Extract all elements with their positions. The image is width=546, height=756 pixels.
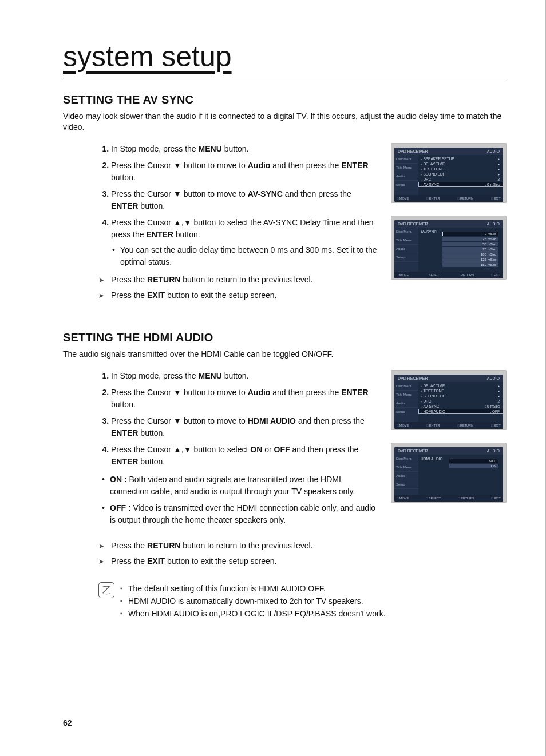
osd-option: 50 mSec — [442, 242, 498, 246]
t: button. — [111, 173, 136, 182]
osd-row: SOUND EDIT — [421, 172, 446, 176]
t: button. — [173, 230, 200, 239]
t: Press the — [111, 556, 147, 566]
t: and then press the — [270, 388, 341, 397]
osd-foot: SELECT — [426, 273, 441, 277]
hdmi-step-4: Press the Cursor ▲,▼ button to select ON… — [111, 444, 381, 468]
avsync-block: In Stop mode, press the MENU button. Pre… — [63, 143, 505, 305]
t: Press the — [111, 541, 147, 550]
osd-side-item: Disc Menu — [394, 382, 418, 391]
osd-option: 100 mSec — [442, 252, 498, 257]
t: ENTER — [341, 388, 368, 397]
osd-side-item: Audio — [394, 472, 418, 480]
t: and then press the — [290, 445, 359, 454]
osd-side-item: Disc Menu — [394, 455, 418, 463]
osd-foot: EXIT — [491, 496, 501, 500]
osd-brand: DVD RECEIVER — [398, 149, 428, 153]
avsync-heading: SETTING THE AV SYNC — [63, 93, 505, 106]
hdmi-text: In Stop mode, press the MENU button. Pre… — [63, 370, 381, 571]
osd-option: 75 mSec — [442, 247, 498, 252]
osd-side-item: Audio — [394, 172, 418, 181]
avsync-step-4: Press the Cursor ▲,▼ button to select th… — [111, 217, 381, 268]
hdmi-screens: DVD RECEIVERAUDIO Disc Menu Title Menu A… — [391, 370, 505, 503]
hdmi-step-3: Press the Cursor ▼ button to move to HDM… — [111, 415, 381, 439]
osd-row: TEST TONE — [421, 389, 444, 393]
osd-option: 25 mSec — [442, 237, 498, 241]
osd-side-item: Title Menu — [394, 391, 418, 399]
t: Video is transmitted over the HDMI conne… — [110, 503, 375, 524]
t: In Stop mode, press the — [111, 144, 199, 153]
osd-row: DRC — [421, 399, 431, 403]
t: OFF : — [110, 503, 131, 512]
manual-page: system setup SETTING THE AV SYNC Video m… — [0, 0, 546, 756]
osd-side-item: Title Menu — [394, 164, 418, 172]
hdmi-exit: Press the EXIT button to exit the setup … — [98, 555, 381, 567]
t: ON — [250, 445, 262, 454]
avsync-step-3: Press the Cursor ▼ button to move to AV-… — [111, 188, 381, 212]
osd-val: : OFF — [490, 409, 500, 413]
avsync-lead: Video may look slower than the audio if … — [63, 111, 505, 133]
avsync-return: Press the RETURN button to return to the… — [98, 274, 381, 286]
osd-side-item: Disc Menu — [394, 155, 418, 164]
note-3: When HDMI AUDIO is on,PRO LOGIC II /DSP … — [120, 607, 386, 620]
t: button. — [138, 428, 165, 437]
t: Press the Cursor ▲,▼ button to select — [111, 445, 250, 454]
osd-side-item: Title Menu — [394, 236, 418, 245]
t: button to return to the previous level. — [180, 541, 312, 550]
osd-side-item: Audio — [394, 399, 418, 408]
t: Press the Cursor ▼ button to move to — [111, 161, 248, 170]
osd-val: : 0 mSec — [485, 404, 500, 408]
osd-cat: AUDIO — [487, 376, 500, 380]
osd-option: 125 mSec — [442, 257, 498, 262]
osd-brand: DVD RECEIVER — [398, 376, 428, 380]
t: In Stop mode, press the — [111, 371, 199, 380]
t: Both video and audio signals are transmi… — [110, 475, 355, 496]
osd-brand: DVD RECEIVER — [398, 222, 428, 226]
hdmi-step-1: In Stop mode, press the MENU button. — [111, 370, 381, 382]
t: button to exit the setup screen. — [165, 556, 276, 566]
osd-key: HDMI AUDIO — [421, 457, 443, 461]
t: EXIT — [147, 291, 165, 300]
t: button to return to the previous level. — [180, 275, 312, 284]
osd-option: 0 mSec — [442, 232, 498, 236]
osd-row: DELAY TIME — [421, 384, 445, 388]
t: and then press the — [270, 161, 341, 170]
t: Audio — [248, 161, 271, 170]
osd-foot: RETURN — [457, 424, 473, 427]
osd-row: HDMI AUDIO — [421, 409, 445, 413]
t: button. — [138, 457, 165, 466]
osd-cat: AUDIO — [487, 222, 500, 226]
osd-cat: AUDIO — [487, 149, 500, 153]
avsync-screens: DVD RECEIVERAUDIO Disc Menu Title Menu A… — [391, 143, 505, 280]
osd-foot: EXIT — [491, 273, 501, 277]
osd-foot: EXIT — [491, 424, 501, 427]
osd-foot: ENTER — [426, 197, 440, 200]
t: OFF — [274, 445, 290, 454]
t: HDMI AUDIO — [248, 416, 296, 425]
osd-side-item: Disc Menu — [394, 228, 418, 236]
page-title: system setup — [63, 40, 505, 73]
t: or — [262, 445, 274, 454]
osd-side-item: Setup — [394, 480, 418, 489]
title-rule — [63, 78, 505, 78]
hdmi-steps: In Stop mode, press the MENU button. Pre… — [98, 370, 381, 468]
t: MENU — [199, 144, 222, 153]
osd-val: : 2 — [496, 399, 500, 403]
osd-side-item: Setup — [394, 181, 418, 189]
osd-row: DELAY TIME — [421, 162, 445, 166]
osd-foot: RETURN — [458, 496, 474, 500]
t: ON : — [110, 475, 127, 484]
osd-row: AV-SYNC — [421, 182, 439, 186]
note-icon — [98, 582, 114, 598]
osd-side-item: Title Menu — [394, 463, 418, 472]
t: Press the — [111, 275, 147, 284]
osd-row: AV-SYNC — [421, 404, 439, 408]
osd-foot: SELECT — [426, 496, 441, 500]
avsync-step-2: Press the Cursor ▼ button to move to Aud… — [111, 160, 381, 184]
osd-option: OFF — [449, 459, 498, 463]
osd-foot: MOVE — [397, 273, 409, 277]
avsync-step-1: In Stop mode, press the MENU button. — [111, 143, 381, 155]
osd-foot: MOVE — [397, 197, 409, 200]
osd-val: : 0 mSec — [485, 182, 500, 186]
osd-option: ON — [449, 464, 498, 468]
